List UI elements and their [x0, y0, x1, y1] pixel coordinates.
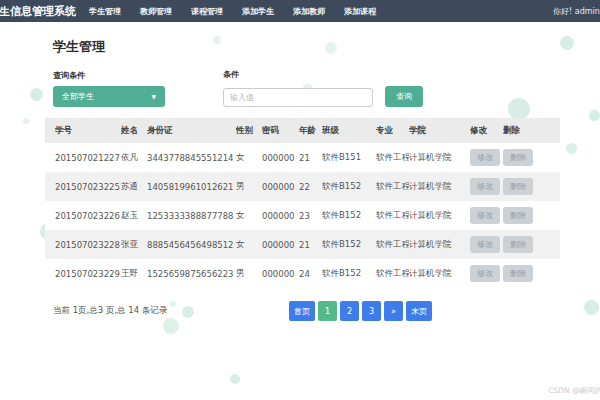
- query-condition-label: 查询条件: [53, 70, 165, 81]
- cell-class: 软件B151: [322, 143, 376, 172]
- cell-age: 21: [299, 230, 322, 259]
- cell-major: 软件工程: [376, 230, 409, 259]
- nav-item-add-teacher[interactable]: 添加教师: [293, 6, 325, 17]
- cell-gender: 女: [236, 230, 262, 259]
- decor-circle: [23, 118, 29, 124]
- cell-gender: 女: [236, 143, 262, 172]
- nav-item-teacher-management[interactable]: 教师管理: [140, 6, 172, 17]
- pagination-page-2[interactable]: 2: [340, 301, 359, 321]
- column-header-college: 学院: [409, 118, 470, 143]
- cell-modify-action: 修改: [470, 230, 503, 259]
- modify-button[interactable]: 修改: [470, 178, 500, 195]
- decor-circle: [560, 36, 574, 50]
- cell-college: 计算机学院: [409, 172, 470, 201]
- cell-class: 软件B152: [322, 201, 376, 230]
- cell-gender: 男: [236, 259, 262, 288]
- cell-age: 24: [299, 259, 322, 288]
- filter-bar: 查询条件 全部学生 ▼ 条件 查询: [45, 69, 560, 107]
- watermark: CSDN @瞬间的: [548, 386, 600, 396]
- main-content: 学生管理 查询条件 全部学生 ▼ 条件 查询 学号姓名身份证性别密码年龄班级专业…: [45, 38, 560, 321]
- cell-college: 计算机学院: [409, 259, 470, 288]
- delete-button[interactable]: 删除: [503, 236, 533, 253]
- pagination-page-1[interactable]: 1: [318, 301, 337, 321]
- cell-college: 计算机学院: [409, 201, 470, 230]
- nav-item-add-course[interactable]: 添加课程: [344, 6, 376, 17]
- cell-class: 软件B152: [322, 172, 376, 201]
- cell-student-id: 201507021227: [45, 143, 121, 172]
- modify-button[interactable]: 修改: [470, 207, 500, 224]
- column-header-age: 年龄: [299, 118, 322, 143]
- delete-button[interactable]: 删除: [503, 265, 533, 282]
- nav-item-course-management[interactable]: 课程管理: [191, 6, 223, 17]
- cell-student-id: 201507023226: [45, 201, 121, 230]
- cell-gender: 女: [236, 201, 262, 230]
- cell-college: 计算机学院: [409, 230, 470, 259]
- column-header-class: 班级: [322, 118, 376, 143]
- nav-menu: 学生管理教师管理课程管理添加学生添加教师添加课程: [89, 6, 376, 17]
- table-row: 201507023226赵玉1253333388877788女00000023软…: [45, 201, 560, 230]
- decor-circle: [566, 143, 577, 154]
- record-summary: 当前 1页,总3 页,总 14 条记录: [53, 305, 167, 317]
- cell-modify-action: 修改: [470, 172, 503, 201]
- column-header-id-card: 身份证: [147, 118, 236, 143]
- cell-name: 王野: [121, 259, 147, 288]
- column-header-password: 密码: [262, 118, 299, 143]
- cell-major: 软件工程: [376, 259, 409, 288]
- cell-delete-action: 删除: [503, 230, 560, 259]
- pagination-next-page[interactable]: »: [384, 301, 403, 321]
- nav-item-student-management[interactable]: 学生管理: [89, 6, 121, 17]
- cell-delete-action: 删除: [503, 201, 560, 230]
- nav-item-add-student[interactable]: 添加学生: [242, 6, 274, 17]
- table-row: 201507023225苏通1405819961012621男00000022软…: [45, 172, 560, 201]
- cell-delete-action: 删除: [503, 172, 560, 201]
- decor-circle: [30, 88, 43, 101]
- cell-major: 软件工程: [376, 143, 409, 172]
- table-row: 201507023228张亚8885456456498512女00000021软…: [45, 230, 560, 259]
- cell-class: 软件B152: [322, 230, 376, 259]
- cell-college: 计算机学院: [409, 143, 470, 172]
- cell-password: 000000: [262, 230, 299, 259]
- cell-name: 张亚: [121, 230, 147, 259]
- cell-id-card: 1253333388877788: [147, 201, 236, 230]
- pagination-page-3[interactable]: 3: [362, 301, 381, 321]
- table-header-row: 学号姓名身份证性别密码年龄班级专业学院修改删除: [45, 118, 560, 143]
- student-filter-dropdown[interactable]: 全部学生 ▼: [53, 86, 165, 107]
- cell-password: 000000: [262, 259, 299, 288]
- modify-button[interactable]: 修改: [470, 149, 500, 166]
- cell-student-id: 201507023228: [45, 230, 121, 259]
- cell-student-id: 201507023229: [45, 259, 121, 288]
- cell-student-id: 201507023225: [45, 172, 121, 201]
- condition-group: 条件: [223, 69, 373, 107]
- dropdown-selected-value: 全部学生: [62, 91, 94, 102]
- pagination-first-page[interactable]: 首页: [289, 301, 315, 321]
- decor-circle: [584, 300, 599, 315]
- condition-input[interactable]: [223, 88, 373, 107]
- user-greeting: 你好! admin2: [553, 6, 600, 17]
- delete-button[interactable]: 删除: [503, 149, 533, 166]
- column-header-student-id: 学号: [45, 118, 121, 143]
- cell-name: 依凡: [121, 143, 147, 172]
- modify-button[interactable]: 修改: [470, 265, 500, 282]
- cell-gender: 男: [236, 172, 262, 201]
- app-title: 生信息管理系统: [0, 4, 76, 19]
- cell-modify-action: 修改: [470, 259, 503, 288]
- delete-button[interactable]: 删除: [503, 178, 533, 195]
- condition-label: 条件: [223, 69, 373, 80]
- chevron-down-icon: ▼: [151, 93, 156, 100]
- column-header-delete: 删除: [503, 118, 560, 143]
- modify-button[interactable]: 修改: [470, 236, 500, 253]
- pagination-last-page[interactable]: 末页: [406, 301, 432, 321]
- cell-id-card: 1525659875656223: [147, 259, 236, 288]
- table-row: 201507023229王野1525659875656223男00000024软…: [45, 259, 560, 288]
- cell-name: 赵玉: [121, 201, 147, 230]
- table-row: 201507021227依凡3443778845551214女00000021软…: [45, 143, 560, 172]
- cell-modify-action: 修改: [470, 201, 503, 230]
- student-table: 学号姓名身份证性别密码年龄班级专业学院修改删除 201507021227依凡34…: [45, 118, 560, 288]
- cell-class: 软件B152: [322, 259, 376, 288]
- column-header-major: 专业: [376, 118, 409, 143]
- column-header-name: 姓名: [121, 118, 147, 143]
- pagination: 首页123»末页: [289, 301, 432, 321]
- delete-button[interactable]: 删除: [503, 207, 533, 224]
- search-button[interactable]: 查询: [385, 86, 423, 107]
- decor-circle: [589, 110, 600, 121]
